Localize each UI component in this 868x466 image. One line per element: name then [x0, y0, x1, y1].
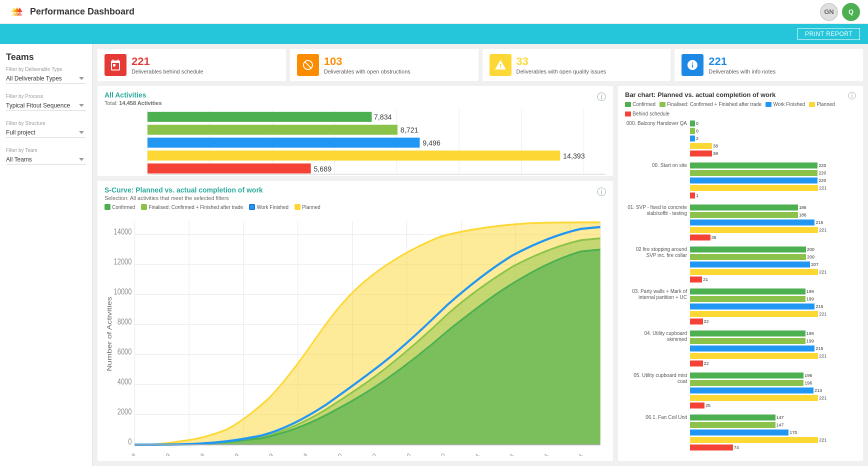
- bar-val-0-0: 0: [696, 121, 698, 126]
- content-area: 221 Deliverables behind schedule 103 Del…: [92, 44, 868, 466]
- all-activities-info-icon[interactable]: ⓘ: [597, 91, 606, 103]
- bar-track-4: 19919921522122: [690, 288, 856, 326]
- bar-row-3-0: 200: [690, 246, 856, 252]
- bar-fill-3-0: [690, 246, 806, 252]
- cyan-bar: PRINT REPORT: [0, 24, 868, 44]
- kpi-icon-warning: [490, 54, 512, 76]
- bar-val-5-1: 199: [806, 338, 814, 344]
- bar-group-label-5: 04. Utility cupboard skimmed: [625, 330, 690, 342]
- filter-deliverable-type-label: Filter by Deliverable Type: [6, 66, 86, 72]
- svg-text:9,496: 9,496: [422, 139, 440, 147]
- bar-fill-2-3: [690, 227, 818, 233]
- avatar-gn[interactable]: GN: [820, 3, 838, 21]
- kpi-info-2: 103 Deliverables with open obstructions: [324, 55, 410, 75]
- bar-val-6-3: 221: [819, 396, 826, 400]
- bar-val-3-3: 221: [819, 270, 826, 274]
- filter-process-select[interactable]: Typical Fitout Sequence: [6, 101, 86, 110]
- svg-text:06/04/2020: 06/04/2020: [358, 452, 377, 456]
- bar-val-1-1: 220: [818, 170, 826, 176]
- right-bar-groups: 000. Balcony Handover QA002383800. Start…: [625, 120, 856, 456]
- bar-val-7-1: 147: [776, 422, 784, 428]
- bar-val-behind-5: 22: [704, 361, 709, 366]
- all-activities-panel: All Activities Total: 14,458 Activities …: [98, 86, 613, 176]
- svg-text:18/01/2021: 18/01/2021: [462, 452, 480, 456]
- bar-row-0-1: 0: [690, 128, 856, 134]
- bar-fill-7-0: [690, 414, 776, 420]
- bar-row-behind-0: 38: [690, 150, 856, 156]
- header-right: GN Q: [820, 3, 860, 21]
- print-report-button[interactable]: PRINT REPORT: [798, 28, 860, 40]
- svg-text:06/05/2019: 06/05/2019: [186, 452, 206, 456]
- svg-text:11/03/2019: 11/03/2019: [152, 452, 171, 456]
- bar-group-0: 000. Balcony Handover QA0023838: [625, 120, 856, 158]
- svg-text:28/06/2021: 28/06/2021: [564, 452, 584, 456]
- bar-group-5: 04. Utility cupboard skimmed199199215221…: [625, 330, 856, 368]
- bar-fill-behind-6: [690, 402, 704, 408]
- bar-track-7: 14714717022174: [690, 414, 856, 452]
- filter-structure-select[interactable]: Full project: [6, 128, 86, 138]
- bar-row-0-3: 38: [690, 143, 856, 149]
- right-panel-info-icon[interactable]: ⓘ: [848, 91, 856, 102]
- bar-fill-0-2: [690, 136, 695, 142]
- bar-val-7-0: 147: [776, 415, 784, 420]
- bar-fill-6-1: [690, 380, 804, 386]
- svg-text:2000: 2000: [118, 407, 132, 416]
- bar-group-label-7: 06.1. Fan Coil Unit: [625, 414, 690, 420]
- bar-fill-behind-3: [690, 276, 702, 282]
- bar-val-1-2: 220: [818, 178, 826, 183]
- all-activities-title: All Activities: [104, 91, 162, 99]
- kpi-info-4: 221 Deliverables with info notes: [708, 55, 776, 75]
- bar-fill-3-3: [690, 269, 818, 275]
- kpi-number-2: 103: [324, 55, 410, 68]
- bar-row-6-0: 196: [690, 372, 856, 378]
- bar-val-behind-0: 38: [713, 151, 718, 156]
- all-activities-header: All Activities Total: 14,458 Activities …: [104, 91, 606, 109]
- avatar-green[interactable]: Q: [842, 3, 860, 21]
- bar-row-behind-4: 22: [690, 318, 856, 324]
- bar-row-3-3: 221: [690, 269, 856, 275]
- filter-structure: Filter by Structure Full project: [6, 120, 86, 138]
- s-curve-subtitle: Selection: All activities that meet the …: [104, 195, 263, 201]
- all-activities-chart: 7,834 8,721 9,496 14,393: [104, 109, 606, 176]
- bar-row-4-0: 199: [690, 288, 856, 294]
- bar-fill-2-1: [690, 212, 798, 218]
- svg-text:14000: 14000: [114, 226, 132, 236]
- kpi-desc-4: Deliverables with info notes: [708, 68, 776, 75]
- bar-row-6-2: 213: [690, 388, 856, 394]
- kpi-icon-info: [682, 54, 704, 76]
- svg-text:6000: 6000: [118, 347, 132, 356]
- bar-val-behind-3: 21: [703, 277, 708, 282]
- bar-row-behind-7: 74: [690, 444, 856, 450]
- filter-team-select[interactable]: All Teams: [6, 155, 86, 164]
- bar-fill-0-1: [690, 128, 695, 134]
- bar-row-5-2: 215: [690, 346, 856, 352]
- bar-val-4-3: 221: [819, 312, 826, 316]
- right-panel-title: Bar chart: Planned vs. actual completion…: [625, 91, 776, 98]
- bar-fill-1-0: [690, 162, 818, 168]
- filter-process-label: Filter by Process: [6, 94, 86, 99]
- bar-track-2: 18618621522135: [690, 204, 856, 242]
- bar-row-4-2: 215: [690, 304, 856, 310]
- kpi-icon-block: [297, 54, 319, 76]
- s-curve-info-icon[interactable]: ⓘ: [597, 186, 606, 198]
- s-curve-header: S-Curve: Planned vs. actual completion o…: [104, 186, 606, 212]
- bar-val-3-0: 200: [807, 247, 814, 252]
- charts-area: All Activities Total: 14,458 Activities …: [98, 86, 863, 461]
- svg-text:10/02/2020: 10/02/2020: [324, 452, 343, 456]
- bar-fill-1-3: [690, 185, 818, 191]
- kpi-number-1: 221: [132, 55, 204, 68]
- bar-track-5: 19919921522122: [690, 330, 856, 368]
- legend-confirmed-right: Confirmed: [625, 102, 656, 107]
- bar-row-behind-5: 22: [690, 360, 856, 366]
- kpi-info-3: 33 Deliverables with open quality issues: [516, 55, 606, 75]
- bar-val-0-2: 2: [696, 136, 698, 141]
- bar-row-0-2: 2: [690, 136, 856, 142]
- kpi-desc-3: Deliverables with open quality issues: [516, 68, 606, 75]
- filter-deliverable-type-select[interactable]: All Deliverable Types: [6, 74, 86, 84]
- bar-group-1: 00. Start on site2202202202211: [625, 162, 856, 200]
- bar-track-6: 19619621322125: [690, 372, 856, 410]
- svg-text:14,393: 14,393: [563, 152, 585, 160]
- bar-row-6-1: 196: [690, 380, 856, 386]
- bar-group-label-2: 01. SVP - fixed to concrete slab/soffit …: [625, 204, 690, 216]
- bar-group-7: 06.1. Fan Coil Unit14714717022174: [625, 414, 856, 452]
